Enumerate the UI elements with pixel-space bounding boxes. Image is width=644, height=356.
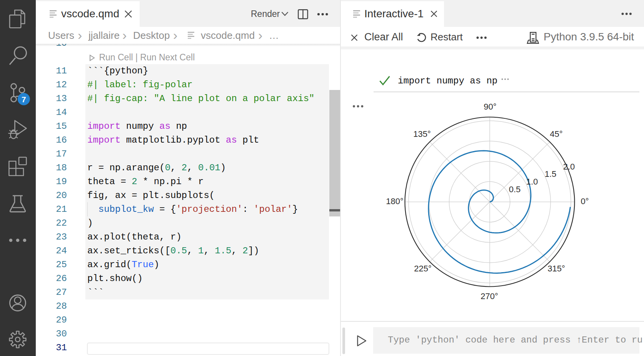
- svg-text:135°: 135°: [413, 129, 431, 139]
- svg-text:2.0: 2.0: [563, 162, 575, 171]
- svg-text:1.0: 1.0: [526, 177, 538, 186]
- svg-text:180°: 180°: [386, 196, 404, 206]
- svg-text:0°: 0°: [581, 196, 589, 206]
- svg-text:45°: 45°: [550, 129, 562, 139]
- svg-text:7: 7: [22, 95, 26, 104]
- svg-text:270°: 270°: [480, 291, 498, 301]
- svg-text:315°: 315°: [547, 264, 565, 273]
- svg-text:90°: 90°: [484, 102, 496, 111]
- svg-text:225°: 225°: [414, 264, 432, 273]
- svg-text:1.5: 1.5: [545, 169, 557, 179]
- svg-text:0.5: 0.5: [509, 185, 521, 194]
